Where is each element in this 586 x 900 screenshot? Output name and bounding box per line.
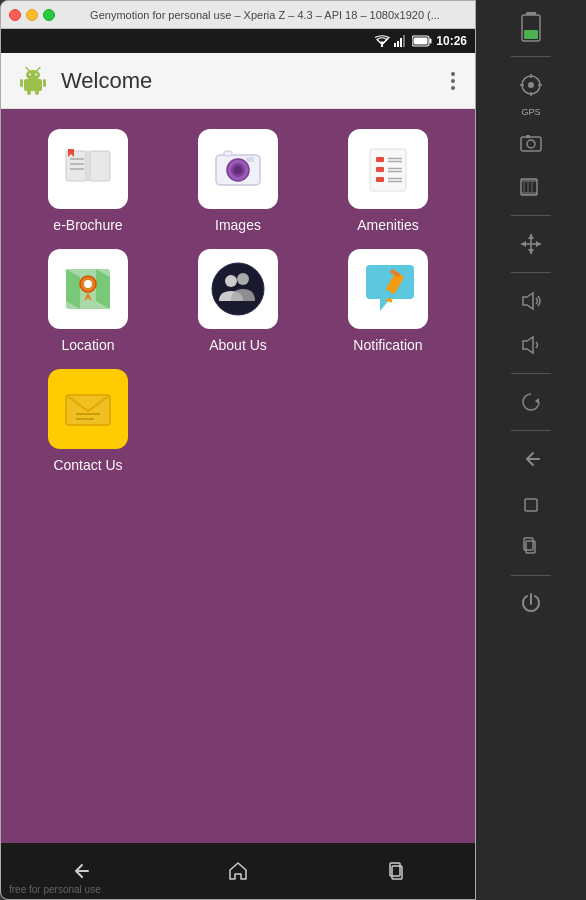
side-divider-6 — [511, 575, 551, 576]
svg-rect-71 — [531, 182, 533, 192]
battery-icon — [412, 35, 432, 47]
side-divider-1 — [511, 56, 551, 57]
svg-point-45 — [237, 273, 249, 285]
app-item-contactus[interactable]: Contact Us — [21, 369, 155, 473]
svg-rect-28 — [224, 151, 232, 156]
aboutus-label: About Us — [209, 337, 267, 353]
svg-rect-65 — [526, 135, 530, 138]
svg-rect-15 — [43, 79, 46, 87]
overflow-dot-2 — [451, 79, 455, 83]
recents-nav-button[interactable] — [376, 851, 416, 891]
svg-marker-74 — [528, 234, 534, 239]
gps-button[interactable] — [507, 65, 555, 105]
app-item-ebrochure[interactable]: e-Brochure — [21, 129, 155, 233]
svg-rect-31 — [376, 157, 384, 162]
side-divider-5 — [511, 430, 551, 431]
minimize-button[interactable] — [26, 9, 38, 21]
svg-marker-76 — [521, 241, 526, 247]
svg-rect-4 — [403, 35, 405, 47]
svg-rect-17 — [35, 90, 39, 95]
svg-rect-6 — [430, 39, 432, 44]
notification-label: Notification — [353, 337, 422, 353]
svg-point-43 — [212, 263, 264, 315]
svg-rect-3 — [400, 38, 402, 47]
app-title: Welcome — [61, 68, 435, 94]
svg-point-11 — [35, 73, 37, 75]
volume-down-button[interactable] — [507, 325, 555, 365]
watermark-text: free for personal use — [9, 884, 101, 895]
title-bar: Genymotion for personal use – Xperia Z –… — [1, 1, 475, 29]
svg-rect-16 — [27, 90, 31, 95]
camera-side-button[interactable] — [507, 123, 555, 163]
svg-rect-34 — [376, 167, 384, 172]
battery-side-indicator — [507, 8, 555, 48]
images-label: Images — [215, 217, 261, 233]
video-side-button[interactable] — [507, 167, 555, 207]
images-icon-container — [198, 129, 278, 209]
svg-marker-80 — [535, 398, 539, 404]
amenities-label: Amenities — [357, 217, 418, 233]
svg-marker-75 — [528, 249, 534, 254]
svg-rect-20 — [86, 151, 90, 181]
side-divider-3 — [511, 272, 551, 273]
maximize-button[interactable] — [43, 9, 55, 21]
volume-up-button[interactable] — [507, 281, 555, 321]
emulator-window: Genymotion for personal use – Xperia Z –… — [0, 0, 476, 900]
overflow-menu-button[interactable] — [447, 68, 459, 94]
svg-line-13 — [37, 67, 40, 70]
svg-line-12 — [26, 67, 29, 70]
svg-point-58 — [528, 82, 534, 88]
svg-point-10 — [29, 73, 31, 75]
svg-marker-79 — [523, 337, 533, 353]
svg-point-44 — [225, 275, 237, 287]
contactus-label: Contact Us — [53, 457, 122, 473]
side-divider-2 — [511, 215, 551, 216]
recents-side-button[interactable] — [507, 527, 555, 567]
svg-point-9 — [26, 70, 40, 80]
svg-rect-81 — [525, 499, 537, 511]
svg-rect-8 — [24, 79, 42, 91]
svg-point-27 — [234, 166, 242, 174]
status-icons: 10:26 — [374, 34, 467, 48]
app-item-notification[interactable]: Notification — [321, 249, 455, 353]
app-item-location[interactable]: Location — [21, 249, 155, 353]
signal-icon — [394, 35, 408, 47]
nav-bar: free for personal use — [1, 843, 475, 899]
svg-rect-37 — [376, 177, 384, 182]
wifi-icon — [374, 35, 390, 47]
android-icon — [17, 65, 49, 97]
move-button[interactable] — [507, 224, 555, 264]
svg-point-42 — [84, 280, 92, 288]
home-side-button[interactable] — [507, 483, 555, 523]
svg-point-0 — [381, 45, 383, 47]
rotate-button[interactable] — [507, 382, 555, 422]
svg-rect-2 — [397, 41, 399, 47]
notification-icon-container — [348, 249, 428, 329]
app-item-amenities[interactable]: Amenities — [321, 129, 455, 233]
side-divider-4 — [511, 373, 551, 374]
svg-rect-29 — [246, 157, 254, 162]
status-bar: 10:26 — [1, 29, 475, 53]
svg-rect-67 — [521, 179, 537, 182]
app-item-images[interactable]: Images — [171, 129, 305, 233]
ebrochure-icon-container — [48, 129, 128, 209]
svg-marker-78 — [523, 293, 533, 309]
svg-rect-69 — [523, 182, 525, 192]
power-button[interactable] — [507, 584, 555, 624]
status-time: 10:26 — [436, 34, 467, 48]
location-icon-container — [48, 249, 128, 329]
svg-rect-56 — [524, 30, 538, 39]
aboutus-icon-container — [198, 249, 278, 329]
app-item-aboutus[interactable]: About Us — [171, 249, 305, 353]
gps-label: GPS — [521, 107, 540, 117]
contactus-icon-container — [48, 369, 128, 449]
window-title: Genymotion for personal use – Xperia Z –… — [63, 9, 467, 21]
app-grid: e-Brochure — [21, 129, 455, 473]
location-label: Location — [62, 337, 115, 353]
back-side-button[interactable] — [507, 439, 555, 479]
svg-rect-14 — [20, 79, 23, 87]
close-button[interactable] — [9, 9, 21, 21]
svg-rect-19 — [90, 151, 110, 181]
home-nav-button[interactable] — [218, 851, 258, 891]
svg-marker-77 — [536, 241, 541, 247]
